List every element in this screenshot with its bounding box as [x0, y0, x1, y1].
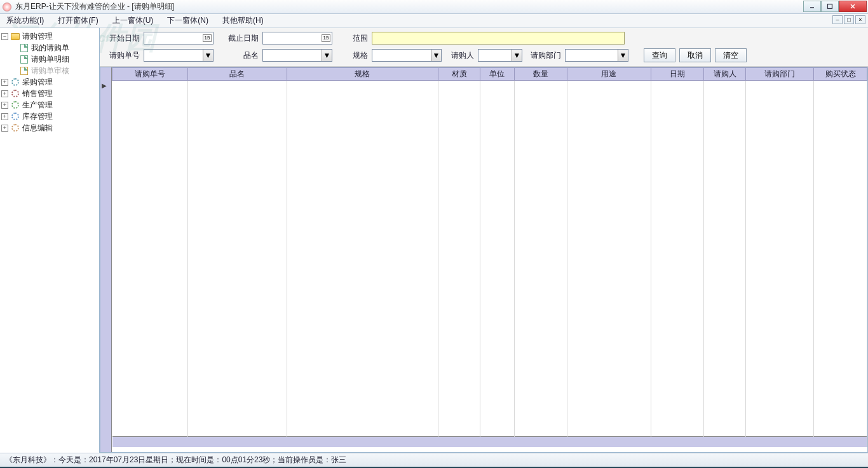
menu-system[interactable]: 系统功能(I): [5, 14, 45, 27]
close-button[interactable]: [839, 1, 867, 12]
document-icon: [19, 43, 29, 52]
calendar-icon[interactable]: 15: [322, 34, 330, 42]
menu-open-window[interactable]: 打开窗体(F): [57, 14, 99, 27]
svg-rect-1: [828, 4, 832, 8]
col-usage[interactable]: 用途: [567, 68, 651, 81]
menu-next-window[interactable]: 下一窗体(N): [166, 14, 210, 27]
tree-node-my-request[interactable]: 我的请购单: [1, 42, 98, 53]
chevron-down-icon[interactable]: ▼: [618, 50, 628, 61]
filter-row-1: 开始日期 15 截止日期 15 范围: [105, 32, 863, 45]
start-date-label: 开始日期: [105, 33, 140, 44]
chevron-down-icon[interactable]: ▼: [322, 50, 332, 61]
data-grid: ▶ 请购单号 品名 规格 材质 单位 数量 用途 日期 请购人: [100, 67, 868, 453]
row-pointer-icon: ▶: [102, 82, 107, 89]
col-spec[interactable]: 规格: [287, 68, 438, 81]
tree-node-request-detail[interactable]: 请购单明细: [1, 53, 98, 65]
tree-node-production-mgmt[interactable]: + 生产管理: [1, 99, 98, 111]
menu-other-help[interactable]: 其他帮助(H): [221, 14, 265, 27]
tree-node-request-mgmt[interactable]: − 请购管理: [1, 31, 98, 42]
product-name-combo[interactable]: ▼: [262, 49, 332, 62]
col-quantity[interactable]: 数量: [514, 68, 567, 81]
start-date-input[interactable]: 15: [144, 32, 214, 45]
tree-label: 销售管理: [22, 88, 53, 99]
table-row[interactable]: [112, 81, 867, 437]
col-requester[interactable]: 请购人: [704, 68, 746, 81]
nav-tree: − 请购管理 我的请购单 请购单明细 请购单审核 + 采购管理: [0, 28, 99, 136]
app-icon: [3, 3, 11, 11]
requester-label: 请购人: [445, 50, 474, 61]
col-request-no[interactable]: 请购单号: [112, 68, 188, 81]
grid-scroll[interactable]: 请购单号 品名 规格 材质 单位 数量 用途 日期 请购人 请购部门 购买状态: [112, 67, 867, 452]
tree-node-info-edit[interactable]: + 信息编辑: [1, 122, 98, 134]
expand-icon[interactable]: +: [1, 113, 8, 120]
content-panel: 开始日期 15 截止日期 15 范围 请购单号 ▼ 品名 ▼ 规格 ▼ 请购人 …: [100, 28, 868, 453]
module-icon: [10, 123, 20, 132]
main-area: − 请购管理 我的请购单 请购单明细 请购单审核 + 采购管理: [0, 28, 868, 453]
expand-icon[interactable]: +: [1, 90, 8, 97]
grid-table: 请购单号 品名 规格 材质 单位 数量 用途 日期 请购人 请购部门 购买状态: [112, 67, 867, 447]
sidebar: − 请购管理 我的请购单 请购单明细 请购单审核 + 采购管理: [0, 28, 100, 453]
chevron-down-icon[interactable]: ▼: [512, 50, 522, 61]
col-material[interactable]: 材质: [438, 68, 480, 81]
module-icon: [10, 100, 20, 109]
tree-node-purchase-mgmt[interactable]: + 采购管理: [1, 76, 98, 88]
mdi-close-button[interactable]: ×: [855, 15, 865, 24]
tree-label: 生产管理: [22, 100, 53, 111]
mdi-minimize-button[interactable]: –: [832, 15, 843, 24]
spec-combo[interactable]: ▼: [372, 49, 442, 62]
window-controls: [803, 1, 867, 13]
spec-label: 规格: [342, 50, 368, 61]
col-date[interactable]: 日期: [651, 68, 704, 81]
end-date-label: 截止日期: [224, 33, 259, 44]
expand-icon[interactable]: +: [1, 125, 8, 132]
module-icon: [10, 112, 20, 121]
request-no-combo[interactable]: ▼: [144, 49, 214, 62]
tree-node-inventory-mgmt[interactable]: + 库存管理: [1, 111, 98, 122]
window-title: 东月ERP-让天下没有难管的企业 - [请购单明细]: [15, 1, 803, 12]
chevron-down-icon[interactable]: ▼: [431, 50, 441, 61]
menu-prev-window[interactable]: 上一窗体(U): [111, 14, 155, 27]
grid-footer-row: [112, 437, 867, 447]
maximize-button[interactable]: [821, 1, 839, 12]
clear-button[interactable]: 清空: [715, 48, 747, 62]
col-product-name[interactable]: 品名: [188, 68, 287, 81]
tree-label: 我的请购单: [31, 43, 69, 53]
mdi-restore-button[interactable]: □: [844, 15, 854, 24]
document-icon: [19, 66, 29, 75]
end-date-input[interactable]: 15: [262, 32, 332, 45]
filter-row-2: 请购单号 ▼ 品名 ▼ 规格 ▼ 请购人 ▼ 请购部门 ▼ 查询 取消 清空: [105, 48, 863, 62]
cancel-button[interactable]: 取消: [679, 48, 711, 62]
tree-label: 请购单审核: [31, 65, 69, 76]
folder-icon: [10, 32, 20, 41]
tree-label: 请购单明细: [31, 54, 69, 65]
grid-row-gutter: [100, 67, 112, 452]
tree-label: 采购管理: [22, 77, 53, 88]
module-icon: [10, 78, 20, 86]
expand-icon[interactable]: +: [1, 79, 8, 86]
filter-panel: 开始日期 15 截止日期 15 范围 请购单号 ▼ 品名 ▼ 规格 ▼ 请购人 …: [100, 28, 868, 67]
scope-label: 范围: [342, 33, 368, 44]
calendar-icon[interactable]: 15: [203, 34, 212, 42]
requester-combo[interactable]: ▼: [478, 49, 522, 62]
tree-node-sales-mgmt[interactable]: + 销售管理: [1, 88, 98, 99]
tree-label: 请购管理: [22, 31, 53, 42]
col-buy-status[interactable]: 购买状态: [814, 68, 867, 81]
status-bar: 《东月科技》：今天是：2017年07月23日星期日；现在时间是：00点01分23…: [0, 453, 868, 467]
module-icon: [10, 89, 20, 98]
menu-bar: 系统功能(I) 打开窗体(F) 上一窗体(U) 下一窗体(N) 其他帮助(H) …: [0, 14, 868, 28]
request-dept-label: 请购部门: [526, 50, 561, 61]
title-bar: 东月ERP-让天下没有难管的企业 - [请购单明细]: [0, 0, 868, 14]
chevron-down-icon[interactable]: ▼: [203, 50, 213, 61]
col-request-dept[interactable]: 请购部门: [745, 68, 813, 81]
tree-node-request-audit[interactable]: 请购单审核: [1, 65, 98, 76]
minimize-button[interactable]: [803, 1, 821, 12]
expand-icon[interactable]: +: [1, 102, 8, 109]
request-dept-combo[interactable]: ▼: [565, 49, 628, 62]
col-unit[interactable]: 单位: [480, 68, 515, 81]
status-text: 《东月科技》：今天是：2017年07月23日星期日；现在时间是：00点01分23…: [5, 455, 346, 465]
collapse-icon[interactable]: −: [1, 33, 8, 40]
request-no-label: 请购单号: [105, 50, 140, 61]
scope-input[interactable]: [372, 32, 625, 45]
query-button[interactable]: 查询: [644, 48, 675, 62]
grid-header-row: 请购单号 品名 规格 材质 单位 数量 用途 日期 请购人 请购部门 购买状态: [112, 68, 867, 81]
